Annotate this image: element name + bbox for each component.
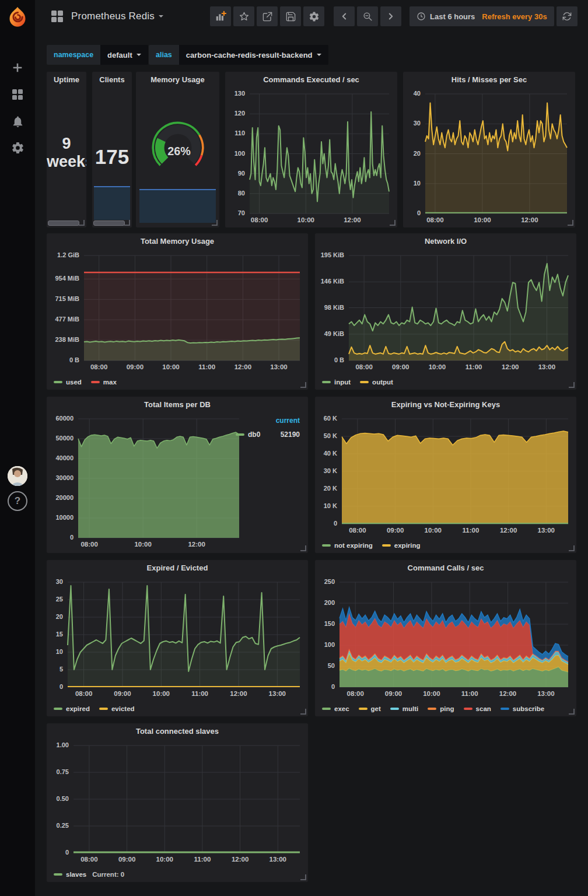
x-axis-tick-label: 13:00 (260, 690, 295, 697)
panel-title[interactable]: Total connected slaves (47, 723, 308, 740)
panel-resize-handle[interactable] (300, 545, 306, 551)
namespace-filter: namespace default (47, 45, 148, 65)
panel-resize-handle[interactable] (568, 220, 573, 226)
legend-item[interactable]: ping (428, 705, 454, 712)
refresh-button[interactable] (556, 6, 578, 26)
legend-item[interactable]: exec (322, 705, 349, 712)
header-bar: Prometheus Redis (35, 0, 588, 33)
alias-dropdown[interactable]: carbon-cache-redis-result-backend (179, 45, 328, 65)
refresh-interval-label: Refresh every 30s (482, 12, 547, 21)
panel-memory-usage: Memory Usage 26% (136, 72, 219, 228)
dashboard-picker-icon[interactable] (51, 10, 63, 22)
panel-title[interactable]: Network I/O (315, 233, 576, 250)
legend-item[interactable]: db0 52190 (236, 430, 300, 439)
x-axis-tick-label: 09:00 (110, 856, 145, 863)
legend-item[interactable]: multi (390, 705, 418, 712)
panel-title[interactable]: Hits / Misses per Sec (403, 72, 575, 88)
x-axis-tick-label: 12:00 (491, 527, 526, 534)
x-axis-tick-label: 10:00 (288, 216, 323, 223)
time-back-button[interactable] (334, 6, 355, 26)
panel-title[interactable]: Expired / Evicted (47, 560, 308, 576)
panel-resize-handle[interactable] (300, 382, 306, 388)
graph-plot-area[interactable]: 0 B238 MiB477 MiB715 MiB954 MiB1.2 GiB08… (47, 250, 308, 374)
horizontal-scrollbar[interactable] (93, 220, 125, 226)
panel-title[interactable]: Expiring vs Not-Expiring Keys (315, 397, 576, 413)
graph-plot-area[interactable]: 70809010011012013008:0010:0012:00 (225, 88, 397, 228)
y-axis-tick-label: 50000 (47, 435, 74, 442)
alerting-bell-icon[interactable] (0, 112, 35, 131)
y-axis-tick-label: 0 (47, 683, 63, 690)
save-button[interactable] (280, 6, 301, 26)
panel-resize-handle[interactable] (300, 709, 306, 715)
legend-item[interactable]: slavesCurrent: 0 (54, 871, 124, 878)
dashboard-title[interactable]: Prometheus Redis (71, 10, 155, 22)
x-axis-tick-label: 12:00 (335, 216, 370, 223)
panel-title[interactable]: Uptime (47, 72, 86, 88)
horizontal-scrollbar[interactable] (48, 220, 79, 226)
y-axis-tick-label: 0 (315, 683, 335, 690)
graph-plot-area[interactable]: 05010015020025008:0009:0010:0011:0012:00… (315, 576, 576, 701)
add-panel-button[interactable] (210, 6, 231, 26)
panel-resize-handle[interactable] (569, 709, 575, 715)
legend-current-header[interactable]: current (236, 416, 300, 425)
help-icon[interactable]: ? (0, 491, 35, 511)
zoom-out-button[interactable] (357, 6, 378, 26)
panel-title[interactable]: Command Calls / sec (315, 560, 576, 576)
panel-connected-slaves: Total connected slaves 00.250.500.751.00… (47, 723, 308, 882)
memory-usage-gauge: 26% (136, 116, 219, 177)
legend-item[interactable]: evicted (99, 705, 135, 712)
legend-item[interactable]: get (359, 705, 381, 712)
graph-plot-area[interactable]: 05101520253008:0009:0010:0011:0012:0013:… (47, 576, 308, 701)
legend-item[interactable]: max (91, 379, 117, 386)
panel-resize-handle[interactable] (300, 874, 306, 880)
y-axis-tick-label: 80 (225, 190, 245, 197)
star-button[interactable] (233, 6, 254, 26)
share-button[interactable] (257, 6, 278, 26)
legend-item[interactable]: not expiring (322, 542, 373, 549)
add-icon[interactable] (0, 58, 35, 77)
chevron-down-icon (317, 54, 321, 56)
panel-resize-handle[interactable] (390, 220, 396, 226)
user-avatar[interactable] (0, 464, 35, 488)
legend-item[interactable]: output (360, 379, 393, 386)
legend-item[interactable]: used (54, 379, 82, 386)
panel-title[interactable]: Commands Executed / sec (225, 72, 397, 88)
svg-text:26%: 26% (167, 145, 191, 158)
graph-plot-area[interactable]: 01020304008:0010:0012:00 (403, 88, 575, 228)
y-axis-tick-label: 10 (403, 180, 421, 187)
panel-resize-handle[interactable] (124, 220, 130, 226)
namespace-dropdown[interactable]: default (100, 45, 148, 65)
graph-legend: not expiringexpiring (315, 538, 576, 553)
x-axis-tick-label: 13:00 (261, 363, 296, 370)
x-axis-tick-label: 11:00 (453, 527, 488, 534)
graph-plot-area[interactable]: 0 B49 KiB98 KiB146 KiB195 KiB08:0009:001… (315, 250, 576, 374)
time-forward-button[interactable] (380, 6, 401, 26)
y-axis-tick-label: 0.75 (47, 768, 69, 775)
legend-item[interactable]: input (322, 379, 351, 386)
x-axis-tick-label: 09:00 (378, 527, 413, 534)
graph-plot-area[interactable]: 010 K20 K30 K40 K50 K60 K08:0009:0010:00… (315, 413, 576, 538)
graph-plot-area[interactable]: 00.250.500.751.0008:0009:0010:0011:0012:… (47, 740, 308, 867)
dashboards-icon[interactable] (0, 85, 35, 104)
panel-resize-handle[interactable] (569, 382, 575, 388)
panel-title[interactable]: Memory Usage (136, 72, 219, 88)
panel-title[interactable]: Total Memory Usage (47, 233, 308, 250)
legend-item[interactable]: scan (464, 705, 491, 712)
panel-title[interactable]: Total Items per DB (47, 397, 308, 413)
grafana-logo[interactable] (0, 5, 35, 30)
panel-resize-handle[interactable] (79, 220, 85, 226)
graph-legend: current db0 52190 (236, 416, 300, 439)
settings-gear-icon[interactable] (0, 138, 35, 157)
panel-resize-handle[interactable] (569, 545, 575, 551)
legend-item[interactable]: expiring (382, 542, 421, 549)
panel-title[interactable]: Clients (92, 72, 132, 88)
y-axis-tick-label: 0.25 (47, 822, 69, 829)
panel-settings-button[interactable] (303, 6, 324, 26)
title-caret-icon[interactable] (159, 15, 163, 18)
legend-item[interactable]: expired (54, 705, 90, 712)
y-axis-tick-label: 0 B (315, 356, 344, 363)
legend-item[interactable]: subscribe (501, 705, 544, 712)
panel-resize-handle[interactable] (212, 220, 218, 226)
time-range-picker[interactable]: Last 6 hours Refresh every 30s (410, 6, 554, 26)
y-axis-tick-label: 30 (403, 120, 421, 127)
